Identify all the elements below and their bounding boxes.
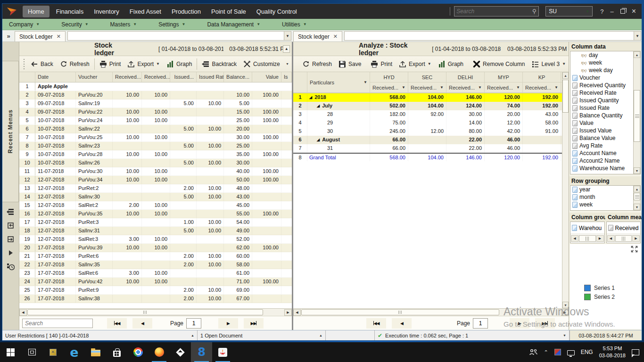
user-select[interactable]: SU ▼ [545,6,593,16]
scroll-down-icon[interactable]: ▼ [562,302,569,308]
dropdown-icon[interactable]: ▼ [563,334,566,337]
toolbox-app-icon[interactable] [42,342,64,362]
column-header-5[interactable]: Issued Rate [197,72,224,82]
backtrack-button[interactable]: Backtrack [198,58,240,70]
column-data-item-balance-value[interactable]: Balance Value [570,134,640,142]
refresh-button[interactable]: Refresh [57,58,93,70]
scroll-thumb[interactable] [579,235,596,242]
column-header-8[interactable]: Is [281,72,292,82]
save-button[interactable]: Save [335,58,364,70]
column-data-item-received-rate[interactable]: Received Rate [570,89,640,97]
table-row[interactable]: 2317-07-2018SalRet:63.0010.0061.00 [19,269,292,278]
scroll-down-icon[interactable]: ▼ [634,167,640,174]
scroll-thumb[interactable] [634,90,640,142]
next-page-button[interactable]: ▶ [218,318,238,329]
table-row[interactable]: 2517-07-2018PurRet:92.0010.0069.00 [19,286,292,295]
column-header-3[interactable]: Received... [142,72,170,82]
row-grouping-item-month[interactable]: month [570,193,640,201]
backtrack-icon[interactable] [7,208,15,216]
document-combo-left[interactable]: ▼ [67,31,291,41]
column-header-2[interactable]: Received... [113,72,142,82]
measure-dropdown-icon[interactable]: ▼ [440,85,444,90]
table-row[interactable]: 510-07-2018PurVou:2410.0010.0025.00100.0… [19,116,292,125]
task-view-button[interactable] [21,342,42,362]
scroll-left-icon[interactable]: ◀ [571,235,578,242]
export-shortcut-icon[interactable] [7,235,15,243]
scroll-thumb[interactable] [27,309,263,315]
restore-button[interactable] [620,9,625,14]
menu-item-financials[interactable]: Financials [51,6,89,17]
column-header-7[interactable]: Value [252,72,281,82]
file-explorer-icon[interactable] [85,342,106,362]
table-row[interactable]: 1912-07-2018SalRet:33.0010.0052.00 [19,235,292,244]
microsoft-store-icon[interactable] [106,342,127,362]
minimize-button[interactable]: ‒ [610,8,613,15]
table-row[interactable]: 1412-07-2018SalInv:305.0010.0043.00 [19,193,292,201]
measure-dropdown-icon[interactable]: ▼ [478,85,482,90]
pivot-row[interactable]: 6◢August66.0022.0046.00 [293,136,562,144]
customize-button[interactable]: Customize [240,58,283,70]
print-button[interactable]: Print [96,58,124,70]
menu-item-inventory[interactable]: Inventory [89,6,124,17]
warehouse-header-myp[interactable]: MYP [485,72,523,82]
scroll-right-icon[interactable]: ▶ [284,309,292,316]
warehouse-header-kp[interactable]: KP [523,72,561,82]
recent-menus-tab[interactable]: Recent Menus [2,61,19,202]
recent-history-icon[interactable] [7,263,15,271]
action-center-icon[interactable] [632,349,639,355]
scroll-left-icon[interactable]: ◀ [19,309,27,316]
print-button[interactable]: Print [367,58,396,70]
pivot-row[interactable]: 42975.0014.0012.0058.00 [293,119,562,127]
close-tab-icon[interactable]: ✕ [57,33,61,40]
next-page-button[interactable]: ▶ [510,318,529,329]
tab-stock-ledger-left[interactable]: Stock Ledger ✕ [15,31,66,41]
prev-page-button[interactable]: ◀ [392,318,412,329]
chevron-down-icon[interactable]: ▼ [284,32,291,40]
table-row[interactable]: 1312-07-2018PurRet:22.0010.0048.00 [19,184,292,193]
pivot-row[interactable]: 328182.0092.0030.0020.0043.00 [293,110,562,119]
global-search[interactable]: ⚲ [454,6,539,16]
chrome-icon[interactable] [127,342,149,362]
column-data-item-value[interactable]: Value [570,119,640,127]
scroll-thumb[interactable] [615,235,632,242]
particulars-header[interactable]: Particulars▼ [307,72,370,93]
table-row[interactable]: 209-07-2018PurVou:2010.0010.0010.00100.0… [19,91,292,99]
table-row[interactable]: 1010-07-2018SalInv:265.0010.0030.00 [19,159,292,167]
user-restrictions-status[interactable]: User Restrictions [ 140 ]-01-04-2018 ▲ [2,330,198,340]
scroll-right-icon[interactable]: ▶ [561,309,569,316]
expand-icon[interactable] [7,249,15,257]
table-row[interactable]: 1212-07-2018PurVou:3410.0010.0050.00100.… [19,176,292,184]
column-header-1[interactable]: Voucher [76,72,113,82]
measure-header-hyd[interactable]: Received...▼ [370,82,408,93]
java-app-icon[interactable] [212,342,233,362]
column-data-item-issued-quantity[interactable]: Issued Quantity [570,97,640,104]
column-data-item-week[interactable]: f(x)week [570,59,640,66]
page-number-input[interactable] [473,318,488,329]
graph-button[interactable]: Graph [163,58,195,70]
collapse-header-button[interactable]: ▲ [283,45,290,53]
pivot-row[interactable]: 73166.0022.0046.00 [293,144,562,153]
scroll-left-icon[interactable]: ◀ [293,309,301,316]
expand-triangle-icon[interactable]: ◢ [317,102,320,110]
column-data-item-avg-rate[interactable]: Avg Rate [570,142,640,149]
submenu-security[interactable]: Security▼ [55,21,95,28]
scroll-up-icon[interactable]: ▲ [634,186,640,192]
document-combo-right[interactable]: ▼ [344,31,641,41]
column-data-item-warehouse-name[interactable]: Warehouse Name [570,165,640,172]
table-row[interactable]: 710-07-2018PurVou:2510.0010.0030.00100.0… [19,133,292,142]
row-grouping-scrollbar[interactable]: ▲ ▼ [633,186,640,210]
expand-triangle-icon[interactable]: ◢ [309,93,312,101]
measure-dropdown-icon[interactable]: ▼ [402,85,405,90]
table-row[interactable]: 1812-07-2018SalInv:315.0010.0049.00 [19,227,292,235]
table-row[interactable]: 610-07-2018SalInv:225.0010.0020.00 [19,125,292,133]
maximize-panel-icon[interactable] [631,246,638,253]
scroll-down-icon[interactable]: ▼ [634,204,640,210]
last-page-button[interactable]: ▶▶ [535,318,555,329]
warehouse-header-delhi[interactable]: DELHI [446,72,485,82]
scroll-right-icon[interactable]: ▶ [596,235,604,242]
global-search-input[interactable] [456,8,532,15]
pivot-row[interactable]: 1◢2018568.00104.00146.00120.00192.00 [293,93,562,102]
menu-item-fixed-asset[interactable]: Fixed Asset [124,6,166,17]
page-number-input[interactable] [186,318,201,329]
row-grouping-item-year[interactable]: year [570,186,640,193]
